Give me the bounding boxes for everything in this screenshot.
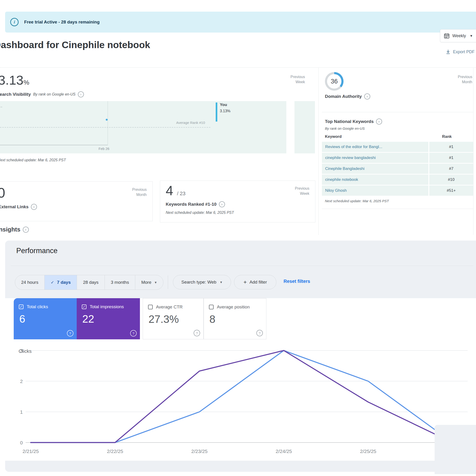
table-row: cinephile review bangladeshi#1 [322,153,473,163]
you-value: 3.13% [220,109,230,113]
metric-label: Total clicks [27,304,48,309]
search-visibility-sublabel: By rank on Google en-US [33,92,75,96]
metric-label: Total impressions [90,304,124,309]
metric-card-average-position[interactable]: Average position 8 ? [204,298,266,339]
average-rank-line [0,127,210,128]
metric-value: 27.3% [149,313,179,325]
table-row: Niloy Ghosh#51+ [322,186,473,196]
svg-text:Clicks: Clicks [18,348,32,354]
checkbox-unchecked-icon[interactable] [209,305,214,309]
chevron-down-icon: ▼ [154,281,157,284]
learn-more-icon[interactable]: › [219,201,225,207]
divider [0,68,476,68]
chart-overlay-box [435,425,476,474]
domain-authority-gauge: 36 [325,72,343,91]
column-divider [318,68,319,235]
search-visibility-chart: 5 – Average Rank #10 Feb 26 You 3.13% [0,101,286,153]
weekly-dropdown[interactable]: Weekly ▼ [440,29,476,42]
chip-7-days[interactable]: ✓7 days [45,275,77,289]
rank-cell: #51+ [429,186,473,196]
rank-column-header: Rank [442,134,452,139]
table-row: Cinephile Bangladeshi#7 [322,164,473,174]
chevron-down-icon: ▼ [220,281,223,284]
metric-label: Average position [217,305,250,310]
help-icon[interactable]: ? [194,330,200,336]
search-visibility-value: 3.13% [0,72,29,88]
svg-text:2/21/25: 2/21/25 [23,449,39,454]
you-label: You [220,102,227,107]
keywords-ranked-label: Keywords Ranked #1-10 [166,202,217,207]
learn-more-icon[interactable]: › [364,93,370,100]
learn-more-icon[interactable]: › [78,91,84,97]
help-icon[interactable]: ? [67,330,73,337]
learn-more-icon[interactable]: › [376,119,382,125]
metric-card-total-clicks[interactable]: ✓ Total clicks 6 ? [14,298,77,339]
keywords-ranked-card: 4 / 23 Keywords Ranked #1-10 › Next sche… [160,181,315,222]
table-row: Reviews of the editor for Bangl...#1 [322,142,473,152]
top-keywords-sublabel: By rank on Google en-US [325,126,365,130]
search-type-button[interactable]: Search type: Web ▼ [173,275,231,289]
insights-heading: Insights › [0,226,29,233]
plus-icon: + [244,279,247,285]
external-links-label: External Links [0,204,29,209]
chart-side-strip [294,101,315,153]
weekly-label: Weekly [452,34,466,38]
keyword-cell[interactable]: Reviews of the editor for Bangl... [322,142,428,152]
metric-value: 6 [19,313,25,325]
x-axis-tick: Feb 26 [99,147,109,151]
filter-separator [168,275,168,289]
reset-filters-link[interactable]: Reset filters [284,279,310,284]
checkbox-checked-icon[interactable]: ✓ [82,305,86,309]
previous-week-label: Previous Week [284,74,305,84]
next-update-note: Next scheduled update: Mar 6, 2025 PST [325,199,389,203]
table-row: cinephile notebook#10 [322,174,473,185]
keywords-ranked-total: / 23 [177,191,186,196]
help-icon[interactable]: ? [256,330,263,336]
divider [322,209,473,209]
next-update-note: Next scheduled update: Mar 6, 2025 PST [0,158,66,162]
svg-text:0: 0 [20,440,23,445]
metric-card-total-impressions[interactable]: ✓ Total impressions 22 ? [77,298,140,339]
add-filter-button[interactable]: + Add filter [234,275,276,289]
domain-authority-label: Domain Authority › [325,93,370,100]
rank-cell: #7 [429,164,473,174]
external-links-value: 0 [0,185,5,201]
chip-24-hours[interactable]: 24 hours [15,275,45,289]
export-pdf-link[interactable]: Export PDF [445,49,475,54]
chip-more[interactable]: More▼ [135,275,163,289]
checkbox-checked-icon[interactable]: ✓ [19,305,23,309]
keyword-table-body: Reviews of the editor for Bangl...#1cine… [322,142,473,196]
svg-text:2/22/25: 2/22/25 [107,449,123,454]
next-update-note: Next scheduled update: Mar 6, 2025 PST [166,211,234,215]
keyword-cell[interactable]: Cinephile Bangladeshi [322,164,428,174]
divider [322,112,473,112]
keyword-cell[interactable]: cinephile notebook [322,174,428,185]
keyword-cell[interactable]: Niloy Ghosh [322,186,428,196]
keyword-cell[interactable]: cinephile review bangladeshi [322,153,428,163]
svg-text:2/25/25: 2/25/25 [360,449,376,454]
learn-more-icon[interactable]: › [23,227,29,233]
keywords-ranked-value: 4 [166,183,173,198]
info-icon: i [10,18,18,26]
search-visibility-label: Search Visibility [0,92,31,97]
svg-text:2: 2 [20,379,23,384]
help-icon[interactable]: ? [130,330,137,337]
metric-card-average-ctr[interactable]: Average CTR 27.3% ? [143,298,204,339]
date-range-chips: 24 hours ✓7 days 28 days 3 months More▼ [15,275,163,290]
keyword-table-header: Keyword Rank [325,134,473,139]
rank-cell: #1 [429,142,473,152]
rank-cell: #10 [429,174,473,185]
domain-authority-value: 36 [327,74,341,88]
learn-more-icon[interactable]: › [31,204,37,210]
chip-28-days[interactable]: 28 days [77,275,105,289]
right-edge-border [473,68,474,235]
average-rank-label: Average Rank #10 [176,121,205,125]
chip-3-months[interactable]: 3 months [105,275,135,289]
keyword-column-header: Keyword [325,134,342,139]
metric-value: 8 [209,313,215,325]
export-pdf-label: Export PDF [453,50,475,54]
x-axis-line [0,145,108,145]
svg-text:2/23/25: 2/23/25 [191,449,207,454]
page-title: Dashboard for Cinephile notebook [0,39,150,51]
checkbox-unchecked-icon[interactable] [148,305,153,309]
